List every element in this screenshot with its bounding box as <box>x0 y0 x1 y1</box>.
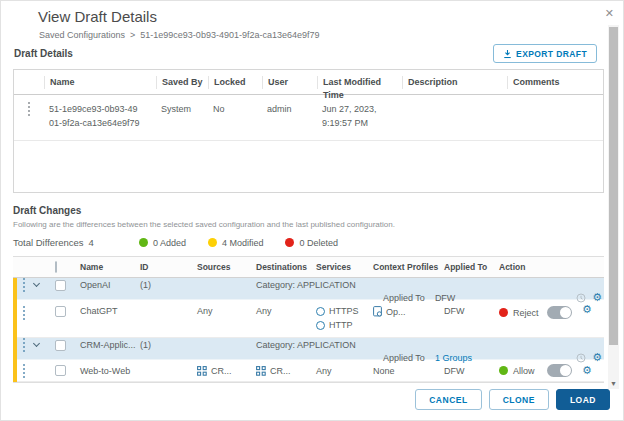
total-differences-label: Total Differences <box>13 237 84 248</box>
group-rule-count: (1) <box>136 340 193 350</box>
breadcrumb-separator: > <box>130 30 135 40</box>
drag-handle-icon[interactable] <box>19 278 29 292</box>
column-name: Name <box>44 76 156 89</box>
rule-row-chatgpt[interactable]: ChatGPT Any Any HTTPS HTTP <box>13 300 604 338</box>
legend-deleted: 0 Deleted <box>285 238 338 248</box>
rule-name: ChatGPT <box>76 300 136 316</box>
column-sources: Sources <box>193 262 252 272</box>
close-icon[interactable]: ✕ <box>605 8 614 19</box>
last-modified-cell: Jun 27, 2023, 9:19:57 PM <box>317 102 402 131</box>
row-menu-icon[interactable] <box>24 102 34 116</box>
rule-checkbox[interactable] <box>55 365 66 376</box>
applied-to-groups-link[interactable]: 1 Groups <box>435 353 472 363</box>
rule-id <box>136 300 193 306</box>
rule-sources[interactable]: CR... <box>211 366 232 376</box>
column-applied-to: Applied To <box>440 262 495 272</box>
reject-dot-icon <box>499 308 508 317</box>
service-icon <box>316 321 325 330</box>
breadcrumb-saved-configurations[interactable]: Saved Configurations <box>39 30 125 40</box>
rule-action-label: Reject <box>513 308 539 318</box>
legend-deleted-label: 0 Deleted <box>299 238 338 248</box>
group-category: Category: APPLICATION <box>252 340 369 350</box>
column-destinations: Destinations <box>252 262 312 272</box>
gear-icon[interactable]: ⚙ <box>582 365 592 376</box>
vertical-scrollbar[interactable]: ▼ <box>608 25 619 389</box>
comments-cell <box>507 102 603 131</box>
draft-details-heading: Draft Details <box>14 48 73 59</box>
group-name: OpenAI <box>76 280 136 290</box>
policy-group-row-openai[interactable]: OpenAI (1) Category: APPLICATION Applied… <box>13 278 604 300</box>
rule-row-web-to-web[interactable]: Web-to-Web CR... <box>13 360 604 382</box>
draft-changes-summary: Total Differences 4 0 Added 4 Modified 0… <box>13 237 338 248</box>
rule-context-profiles[interactable]: Op... <box>386 307 406 317</box>
chevron-down-icon[interactable] <box>33 340 40 347</box>
gear-icon[interactable]: ⚙ <box>582 304 592 315</box>
policy-group-row-crm[interactable]: CRM-Applic... (1) Category: APPLICATION … <box>13 338 604 360</box>
column-name: Name <box>76 262 136 272</box>
rule-checkbox[interactable] <box>55 306 66 317</box>
breadcrumb: Saved Configurations > 51-1e99ce93-0b93-… <box>39 30 319 40</box>
group-checkbox[interactable] <box>55 340 66 351</box>
column-last-modified-time: Last Modified Time <box>317 76 402 89</box>
column-locked: Locked <box>208 76 262 89</box>
rule-applied-to: DFW <box>440 366 495 376</box>
group-category: Category: APPLICATION <box>252 280 369 290</box>
description-cell <box>402 102 507 131</box>
rule-context-profiles: None <box>369 366 440 376</box>
rule-applied-to: DFW <box>440 300 495 316</box>
draft-name-cell: 51-1e99ce93-0b93-4901-9f2a-ca13e64e9f79 <box>44 102 156 131</box>
rule-enabled-toggle[interactable] <box>547 364 572 377</box>
scrollbar-down-arrow-icon[interactable]: ▼ <box>608 380 619 387</box>
column-action: Action <box>495 262 576 272</box>
column-context-profiles: Context Profiles <box>369 262 440 272</box>
draft-changes-header-row: Name ID Sources Destinations Services Co… <box>13 256 604 278</box>
column-id: ID <box>136 262 193 272</box>
export-draft-label: EXPORT DRAFT <box>516 49 587 59</box>
deleted-dot-icon <box>285 238 294 247</box>
user-cell: admin <box>262 102 317 131</box>
modified-indicator-bar <box>13 278 17 382</box>
load-button[interactable]: LOAD <box>556 389 610 410</box>
legend-added: 0 Added <box>139 238 186 248</box>
clone-button[interactable]: CLONE <box>489 389 549 410</box>
group-grid-icon <box>256 366 266 376</box>
group-name: CRM-Applic... <box>76 340 136 350</box>
added-dot-icon <box>139 238 148 247</box>
drag-handle-icon[interactable] <box>19 338 29 352</box>
export-draft-button[interactable]: EXPORT DRAFT <box>493 44 597 63</box>
service-icon <box>316 307 325 316</box>
chevron-down-icon[interactable] <box>33 280 40 287</box>
rule-destinations[interactable]: CR... <box>270 366 291 376</box>
rule-enabled-toggle[interactable] <box>547 306 572 319</box>
column-services: Services <box>312 262 369 272</box>
service-http[interactable]: HTTP <box>329 320 353 330</box>
context-profile-icon <box>373 306 382 317</box>
select-all-checkbox[interactable] <box>55 261 57 273</box>
service-https[interactable]: HTTPS <box>329 306 359 316</box>
clock-icon <box>576 353 586 363</box>
legend-added-label: 0 Added <box>153 238 186 248</box>
column-saved-by: Saved By <box>156 76 208 89</box>
scrollbar-thumb[interactable] <box>609 27 618 345</box>
draft-details-header-row: Name Saved By Locked User Last Modified … <box>14 70 603 95</box>
cancel-button[interactable]: CANCEL <box>415 389 481 410</box>
rule-action-label: Allow <box>513 366 535 376</box>
breadcrumb-current-draft-id: 51-1e99ce93-0b93-4901-9f2a-ca13e64e9f79 <box>140 30 319 40</box>
column-comments: Comments <box>507 76 603 89</box>
rule-sources: Any <box>193 300 252 316</box>
draft-details-row: 51-1e99ce93-0b93-4901-9f2a-ca13e64e9f79 … <box>14 95 603 141</box>
gear-icon[interactable]: ⚙ <box>592 352 602 363</box>
drag-handle-icon[interactable] <box>19 306 29 320</box>
modified-dot-icon <box>208 238 217 247</box>
rule-destinations: Any <box>252 300 312 316</box>
group-checkbox[interactable] <box>55 280 66 291</box>
rule-services: Any <box>312 366 369 376</box>
draft-details-table: Name Saved By Locked User Last Modified … <box>13 69 604 193</box>
draft-changes-table: Name ID Sources Destinations Services Co… <box>13 256 604 383</box>
allow-dot-icon <box>499 366 508 375</box>
legend-modified: 4 Modified <box>208 238 264 248</box>
total-differences-value: 4 <box>89 237 94 248</box>
saved-by-cell: System <box>156 102 208 131</box>
drag-handle-icon[interactable] <box>19 364 29 378</box>
view-draft-details-dialog: View Draft Details ✕ Saved Configuration… <box>0 0 624 421</box>
